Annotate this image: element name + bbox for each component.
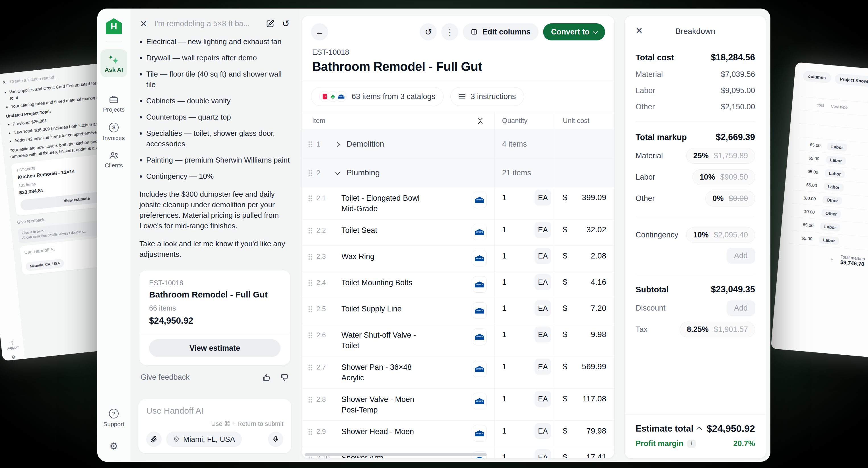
table-row[interactable]: 2.4 Toilet Mounting Bolts LOWE'S (302, 271, 614, 298)
unit-chip[interactable]: EA (534, 222, 551, 238)
kebab-menu-button[interactable]: ⋮ (441, 23, 458, 40)
horizontal-scrollbar[interactable] (305, 453, 487, 456)
contingency-pill[interactable]: 10% $2,095.40 (686, 227, 755, 243)
quantity-value[interactable]: 1 (502, 277, 507, 298)
thumbs-up-icon[interactable] (262, 373, 271, 382)
collapse-chevron-down-icon[interactable] (331, 172, 344, 174)
catalogs-pill[interactable]: ♣ LOWE'S 63 items from 3 catalogs (311, 87, 443, 106)
attach-file-button[interactable] (146, 432, 162, 447)
drag-handle[interactable] (308, 253, 312, 260)
drag-handle[interactable] (308, 170, 312, 176)
item-name[interactable]: Toilet Seat (341, 225, 469, 240)
table-row[interactable]: 2.6 Water Shut-off Valve - Toilet LOWE'S (302, 324, 614, 356)
drag-handle[interactable] (308, 195, 312, 202)
unit-chip[interactable]: EA (534, 391, 551, 407)
quantity-value[interactable]: 1 (502, 362, 507, 388)
unit-cost-value[interactable]: 4.16 (591, 277, 606, 298)
unit-chip[interactable]: EA (534, 248, 551, 264)
unit-chip[interactable]: EA (534, 359, 551, 375)
item-name[interactable]: Wax Ring (341, 252, 469, 266)
item-name[interactable]: Shower Head - Moen (341, 427, 469, 441)
convert-to-button[interactable]: Convert to (543, 23, 605, 40)
add-button[interactable]: Add (726, 248, 755, 264)
unit-cost-value[interactable]: 117.08 (582, 394, 606, 420)
sidebar-item-clients[interactable]: Clients (105, 151, 123, 169)
quantity-value[interactable]: 1 (502, 427, 507, 447)
expand-chevron-right-icon[interactable] (331, 142, 344, 146)
unit-cost-value[interactable]: 399.09 (582, 193, 606, 219)
settings-gear-icon[interactable]: ⚙ (110, 441, 118, 451)
handoff-logo-icon[interactable]: H (106, 18, 122, 34)
thumbs-down-icon[interactable] (280, 373, 289, 382)
group-row-plumbing[interactable]: 2 Plumbing 21 items (302, 158, 614, 187)
estimate-total-toggle[interactable]: Estimate total (636, 423, 701, 434)
group-row-demolition[interactable]: 1 Demolition 4 items (302, 129, 614, 158)
table-row[interactable]: 2.10 Shower Arm LOWE'S 1 (302, 447, 614, 459)
unit-chip[interactable]: EA (534, 449, 551, 459)
location-chip[interactable]: Miami, FL, USA (166, 432, 242, 447)
add-discount-button[interactable]: Add (726, 300, 755, 316)
item-name[interactable]: Shower Valve - Moen Posi-Temp (341, 394, 469, 415)
history-icon[interactable]: ↺ (282, 18, 290, 29)
quantity-value[interactable]: 1 (502, 452, 507, 459)
close-icon[interactable]: ✕ (140, 19, 147, 29)
table-row[interactable]: 2.5 Toilet Supply Line LOWE'S 1 (302, 298, 614, 324)
edit-columns-button[interactable]: Edit columns (463, 23, 538, 40)
item-name[interactable]: Water Shut-off Valve - Toilet (341, 330, 469, 351)
item-name[interactable]: Shower Pan - 36×48 Acrylic (341, 362, 469, 383)
sidebar-item-support[interactable]: ? Support (103, 409, 124, 428)
drag-handle[interactable] (308, 306, 312, 312)
quantity-value[interactable]: 1 (502, 330, 507, 356)
unit-cost-value[interactable]: 2.08 (591, 252, 606, 271)
drag-handle[interactable] (308, 227, 312, 234)
notifications-bell-icon[interactable] (109, 385, 119, 395)
sidebar-item-projects[interactable]: Projects (103, 95, 125, 113)
unit-chip[interactable]: EA (534, 189, 551, 206)
markup-pill[interactable]: 25% $1,759.89 (686, 148, 755, 164)
tax-pill[interactable]: 8.25% $1,901.57 (680, 322, 755, 337)
unit-cost-value[interactable]: 9.98 (591, 330, 606, 356)
drag-handle[interactable] (308, 396, 312, 403)
table-row[interactable]: 2.9 Shower Head - Moen LOWE'S 1 (302, 420, 614, 447)
new-chat-icon[interactable] (266, 19, 275, 28)
instructions-pill[interactable]: 3 instructions (451, 87, 524, 106)
microphone-button[interactable] (268, 432, 283, 447)
table-row[interactable]: 2.8 Shower Valve - Moen Posi-Temp LOWE'S (302, 388, 614, 420)
unit-cost-value[interactable]: 79.98 (586, 427, 606, 447)
item-name[interactable]: Toilet - Elongated Bowl Mid-Grade (341, 193, 469, 214)
unit-cost-value[interactable]: 7.20 (591, 304, 606, 324)
unit-chip[interactable]: EA (534, 423, 551, 439)
drag-handle[interactable] (308, 280, 312, 286)
unit-chip[interactable]: EA (534, 326, 551, 343)
item-name[interactable]: Toilet Supply Line (341, 304, 469, 319)
drag-handle[interactable] (308, 332, 312, 339)
table-row[interactable]: 2.1 Toilet - Elongated Bowl Mid-Grade LO… (302, 187, 614, 219)
view-estimate-button[interactable]: View estimate (149, 339, 280, 357)
markup-pill[interactable]: 10% $909.50 (692, 169, 755, 185)
unit-chip[interactable]: EA (534, 300, 551, 316)
item-name[interactable]: Toilet Mounting Bolts (341, 277, 469, 293)
markup-pill[interactable]: 0% $0.00 (705, 191, 755, 206)
drag-handle[interactable] (308, 429, 312, 435)
quantity-value[interactable]: 1 (502, 394, 507, 420)
back-button[interactable]: ← (311, 23, 328, 40)
give-feedback-label[interactable]: Give feedback (141, 373, 190, 382)
sidebar-item-invoices[interactable]: $ Invoices (103, 123, 125, 142)
quantity-value[interactable]: 1 (502, 304, 507, 324)
quantity-value[interactable]: 1 (502, 252, 507, 271)
quantity-value[interactable]: 1 (502, 225, 507, 245)
unit-chip[interactable]: EA (534, 274, 551, 290)
quantity-value[interactable]: 1 (502, 193, 507, 219)
info-icon[interactable]: i (687, 440, 696, 448)
table-row[interactable]: 2.7 Shower Pan - 36×48 Acrylic LOWE'S (302, 356, 614, 388)
chat-thread-title[interactable]: I'm remodeling a 5×8 ft ba... (154, 19, 258, 28)
unit-cost-value[interactable]: 17.41 (586, 452, 606, 459)
composer-input[interactable]: Use Handoff AI (146, 406, 283, 416)
ask-ai-button[interactable]: ✦✦ Ask AI (100, 49, 127, 77)
table-row[interactable]: 2.3 Wax Ring LOWE'S 1 (302, 245, 614, 271)
collapse-all-icon[interactable] (479, 117, 482, 125)
unit-cost-value[interactable]: 32.02 (586, 225, 606, 245)
undo-button[interactable]: ↺ (420, 23, 437, 40)
table-row[interactable]: 2.2 Toilet Seat LOWE'S 1 (302, 219, 614, 245)
unit-cost-value[interactable]: 569.99 (582, 362, 606, 388)
